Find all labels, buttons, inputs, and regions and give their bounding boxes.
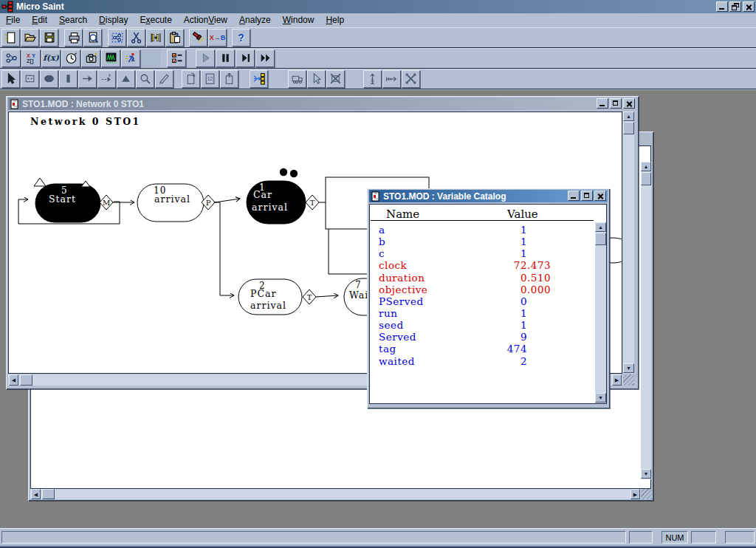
open-file-button[interactable] bbox=[21, 29, 39, 47]
save-file-button[interactable] bbox=[40, 29, 58, 47]
page-number-icon: 12. bbox=[204, 72, 216, 85]
horizontal-ruler-icon bbox=[385, 72, 398, 85]
menu-item-display[interactable]: Display bbox=[93, 13, 134, 27]
pointer-tool-button[interactable] bbox=[1, 70, 20, 88]
truck-tool-button[interactable] bbox=[288, 70, 306, 88]
vc-row-run[interactable]: run1 bbox=[370, 307, 595, 319]
delete-network-button[interactable] bbox=[326, 70, 345, 88]
select-network-button[interactable] bbox=[108, 29, 126, 47]
status-panel bbox=[691, 531, 716, 544]
vc-var-name: waited bbox=[379, 355, 415, 367]
background-hscrollbar[interactable]: ◀ ▶ bbox=[30, 489, 641, 499]
zoom-tool-button[interactable] bbox=[136, 70, 154, 88]
vc-row-seed[interactable]: seed1 bbox=[370, 319, 595, 331]
vc-row-PServed[interactable]: PServed0 bbox=[370, 295, 595, 307]
page-rotate-icon bbox=[185, 72, 197, 85]
select-tool-button[interactable] bbox=[307, 70, 326, 88]
vc-vscrollbar[interactable]: ▲ ▼ bbox=[595, 222, 606, 403]
triangle-tool-button[interactable] bbox=[117, 70, 135, 88]
function-editor-button[interactable]: f(x) bbox=[41, 49, 61, 67]
canvas-label: Network 0 STO1 bbox=[30, 116, 141, 127]
vc-var-name: clock bbox=[379, 259, 407, 271]
vc-row-c[interactable]: c1 bbox=[370, 247, 595, 259]
restore-button[interactable] bbox=[729, 1, 741, 12]
find-replace-button[interactable]: X→B bbox=[208, 29, 227, 47]
action-view-button[interactable] bbox=[250, 70, 268, 88]
vc-row-tag[interactable]: tag474 bbox=[370, 343, 595, 355]
pause-button[interactable] bbox=[216, 49, 235, 67]
truck-tool-icon bbox=[291, 72, 303, 85]
menu-item-search[interactable]: Search bbox=[53, 13, 93, 27]
status-panel bbox=[725, 531, 755, 544]
delete-tool-button[interactable] bbox=[402, 70, 420, 88]
paste-network-button[interactable] bbox=[165, 29, 184, 47]
rect-node-tool-button[interactable] bbox=[21, 70, 39, 88]
step-button[interactable] bbox=[236, 49, 255, 67]
network-close-button[interactable] bbox=[623, 98, 635, 109]
network-view-icon bbox=[5, 52, 18, 64]
menu-item-edit[interactable]: Edit bbox=[26, 13, 53, 27]
horizontal-ruler-button[interactable] bbox=[382, 70, 401, 88]
diagram-node-pcar-arrival: 2PCararrival bbox=[238, 279, 302, 315]
vc-maximize-button[interactable] bbox=[581, 191, 593, 201]
cut-button[interactable] bbox=[127, 29, 145, 47]
network-minimize-button[interactable] bbox=[597, 98, 608, 109]
action-list-button[interactable] bbox=[167, 49, 186, 67]
arrow-tool-button[interactable] bbox=[78, 70, 97, 88]
vc-var-value: 1 bbox=[370, 224, 527, 236]
bar-tool-button[interactable] bbox=[59, 70, 78, 88]
vc-row-objective[interactable]: objective0.000 bbox=[370, 284, 595, 295]
variable-catalog-icon: X YZ[] bbox=[27, 53, 35, 64]
fast-forward-button[interactable] bbox=[255, 49, 275, 67]
variable-catalog-titlebar[interactable]: STO1.MOD : Variable Catalog bbox=[369, 190, 608, 202]
vertical-ruler-button[interactable] bbox=[363, 70, 382, 88]
vc-row-Served[interactable]: Served9 bbox=[370, 331, 595, 343]
menu-item-file[interactable]: File bbox=[0, 13, 26, 27]
vc-row-duration[interactable]: duration0.510 bbox=[370, 272, 595, 284]
minimize-button[interactable] bbox=[716, 1, 728, 12]
svg-text:Car: Car bbox=[253, 189, 272, 200]
new-file-button[interactable] bbox=[1, 29, 20, 47]
dashed-arrow-tool-button[interactable] bbox=[97, 70, 116, 88]
menu-item-window[interactable]: Window bbox=[277, 13, 320, 27]
help-button[interactable]: ? bbox=[232, 29, 250, 47]
network-window-titlebar[interactable]: STO1.MOD : Network 0 STO1 bbox=[8, 97, 636, 110]
pen-tool-button[interactable] bbox=[155, 70, 173, 88]
vertical-ruler-icon bbox=[366, 72, 379, 85]
page-number-button[interactable]: 12. bbox=[201, 70, 219, 88]
vc-row-a[interactable]: a1 bbox=[370, 224, 595, 236]
ellipse-node-tool-button[interactable] bbox=[40, 70, 58, 88]
mdi-workspace: ▲ ▼ ◀ ▶ STO1.MOD : N bbox=[0, 90, 756, 528]
find-button[interactable] bbox=[189, 29, 207, 47]
close-button[interactable] bbox=[743, 1, 755, 12]
menu-bar: FileEditSearchDisplayExecuteActionViewAn… bbox=[0, 13, 756, 27]
page-rotate-button[interactable] bbox=[182, 70, 200, 88]
network-vscrollbar[interactable]: ▲ ▼ bbox=[623, 112, 634, 374]
vc-row-waited[interactable]: waited2 bbox=[370, 355, 595, 367]
snapshot-button[interactable] bbox=[81, 49, 100, 67]
vc-row-b[interactable]: b1 bbox=[370, 236, 595, 247]
merge-button[interactable] bbox=[146, 29, 165, 47]
menu-item-actionview[interactable]: ActionView bbox=[178, 13, 233, 27]
clock-button[interactable] bbox=[61, 49, 80, 67]
menu-item-analyze[interactable]: Analyze bbox=[233, 13, 277, 27]
variable-catalog-button[interactable]: X YZ[] bbox=[21, 49, 41, 67]
print-preview-button[interactable] bbox=[83, 29, 102, 47]
execution-charts-button[interactable] bbox=[101, 49, 120, 67]
run-model-button[interactable] bbox=[121, 49, 140, 67]
background-vscrollbar[interactable]: ▲ ▼ bbox=[641, 162, 651, 479]
page-up-icon bbox=[223, 72, 236, 85]
page-up-button[interactable] bbox=[220, 70, 238, 88]
svg-text:PCar: PCar bbox=[250, 288, 276, 299]
network-maximize-button[interactable] bbox=[610, 98, 622, 109]
vc-close-button[interactable] bbox=[594, 191, 606, 201]
menu-item-execute[interactable]: Execute bbox=[134, 13, 177, 27]
variable-catalog-window[interactable]: STO1.MOD : Variable Catalog Name Value a… bbox=[367, 188, 610, 408]
network-view-button[interactable] bbox=[1, 49, 21, 67]
vc-row-clock[interactable]: clock72.473 bbox=[370, 259, 595, 271]
print-button[interactable] bbox=[64, 29, 83, 47]
vc-minimize-button[interactable] bbox=[568, 191, 580, 201]
main-titlebar[interactable]: Micro Saint bbox=[0, 0, 756, 13]
menu-item-help[interactable]: Help bbox=[320, 13, 350, 27]
play-button[interactable] bbox=[196, 49, 215, 67]
